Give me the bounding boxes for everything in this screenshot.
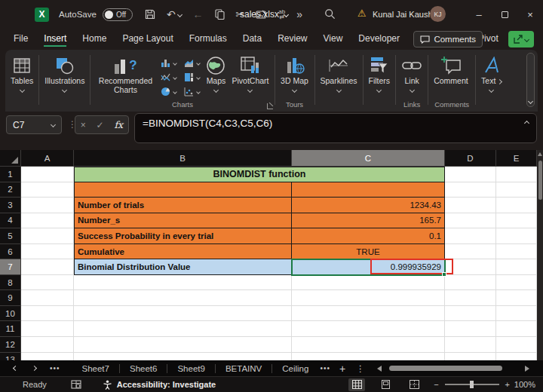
sheet-tab-sheet9[interactable]: Sheet9	[167, 364, 214, 373]
hscroll-left-icon[interactable]	[377, 366, 382, 372]
column-header-b[interactable]: B	[74, 150, 292, 167]
sheet-tab-ceiling[interactable]: Ceiling	[272, 364, 318, 373]
accessibility-status[interactable]: Accessibility: Investigate	[103, 380, 216, 390]
cell-b4[interactable]: Number_s	[74, 213, 292, 229]
illustrations-button[interactable]: Illustrations	[44, 55, 84, 92]
search-icon[interactable]	[324, 8, 336, 20]
workbook-title[interactable]: sales.xlsx	[240, 9, 288, 20]
share-button[interactable]	[508, 31, 534, 47]
name-box[interactable]: C7	[6, 115, 62, 134]
sheet-tab-sheet6[interactable]: Sheet6	[120, 364, 167, 373]
cell-b5[interactable]: Success Probability in every trial	[74, 228, 292, 244]
cell-c3[interactable]: 1234.43	[292, 198, 445, 213]
cell-c2[interactable]	[292, 182, 445, 198]
cell-title-b1[interactable]: BINOMDIST function	[74, 167, 445, 182]
row-header[interactable]: 5	[0, 228, 21, 244]
zoom-slider-thumb[interactable]	[470, 381, 474, 388]
zoom-level[interactable]: 100%	[514, 380, 535, 389]
warning-icon[interactable]: ⚠	[357, 8, 367, 19]
row-header[interactable]: 4	[0, 213, 21, 229]
recommended-charts-button[interactable]: ? Recommended Charts	[96, 55, 155, 94]
link-button[interactable]: Link	[401, 55, 422, 92]
sheet-next-icon[interactable]	[32, 366, 37, 371]
normal-view-icon[interactable]	[348, 378, 365, 391]
enter-icon[interactable]: ✓	[97, 120, 104, 130]
more-commands-icon[interactable]: »	[296, 9, 302, 20]
row-header[interactable]: 6	[0, 244, 21, 260]
row-header[interactable]: 10	[0, 306, 21, 322]
charts-dialog-launcher-icon[interactable]	[267, 103, 273, 109]
horizontal-scroll-thumb[interactable]	[389, 366, 502, 371]
cell-a2[interactable]	[21, 182, 74, 198]
cell-a7[interactable]	[21, 259, 74, 275]
cell-d5[interactable]	[445, 228, 496, 244]
zoom-out-icon[interactable]: −	[434, 380, 438, 389]
row-header[interactable]: 12	[0, 337, 21, 353]
back-icon[interactable]: ←	[193, 9, 204, 20]
avatar[interactable]: KJ	[430, 6, 446, 22]
maps-button[interactable]: Maps	[206, 55, 225, 92]
sheet-tab-sheet7[interactable]: Sheet7	[72, 364, 119, 373]
cell-a3[interactable]	[21, 198, 74, 213]
cell-d6[interactable]	[445, 244, 496, 260]
cell-a1[interactable]	[21, 167, 74, 182]
row-header[interactable]: 2	[0, 182, 21, 198]
tab-review[interactable]: Review	[278, 33, 307, 47]
cell-e6[interactable]	[496, 244, 537, 260]
scatter-chart-button[interactable]	[184, 85, 200, 98]
row-header[interactable]: 3	[0, 198, 21, 213]
page-break-view-icon[interactable]	[406, 378, 422, 391]
formula-bar-expand-icon[interactable]	[524, 121, 529, 126]
zoom-slider[interactable]	[445, 384, 499, 385]
autosave-toggle[interactable]: Off	[103, 8, 133, 21]
column-header-d[interactable]: D	[445, 150, 496, 167]
cell-a5[interactable]	[21, 228, 74, 244]
cell-d3[interactable]	[445, 198, 496, 213]
excel-logo-icon[interactable]: X	[35, 8, 49, 22]
comment-button[interactable]: Comment	[434, 55, 468, 86]
insert-function-icon[interactable]: fx	[114, 119, 123, 130]
row-header[interactable]: 11	[0, 321, 21, 337]
3d-map-button[interactable]: 3D Map	[281, 55, 309, 92]
hierarchy-chart-button[interactable]	[184, 71, 200, 84]
close-button[interactable]: ×	[517, 0, 543, 29]
save-icon[interactable]	[145, 9, 155, 20]
page-layout-view-icon[interactable]	[377, 378, 394, 391]
minimize-button[interactable]: –	[466, 0, 492, 29]
select-all-corner[interactable]	[0, 150, 21, 167]
column-header-c[interactable]: C	[292, 150, 445, 167]
row-header[interactable]: 1	[0, 167, 21, 182]
cell-b6[interactable]: Cumulative	[74, 244, 292, 260]
column-chart-button[interactable]	[161, 57, 176, 69]
cell-a6[interactable]	[21, 244, 74, 260]
comments-button[interactable]: Comments	[413, 31, 483, 47]
sheet-list-icon[interactable]: •••	[50, 364, 60, 372]
sheet-prev-icon[interactable]	[13, 366, 18, 371]
row-header[interactable]: 13	[0, 353, 21, 360]
filters-button[interactable]: Filters	[369, 55, 391, 92]
macro-record-icon[interactable]	[71, 380, 81, 389]
row-header[interactable]: 8	[0, 275, 21, 291]
more-sheets-icon[interactable]: •••	[320, 364, 330, 372]
cell-e5[interactable]	[496, 228, 537, 244]
cancel-icon[interactable]: ×	[81, 120, 86, 130]
row-header-selected[interactable]: 7	[0, 259, 21, 275]
cell-b3[interactable]: Number of trials	[74, 198, 292, 213]
hscroll-right-icon[interactable]	[525, 366, 529, 372]
tab-view[interactable]: View	[324, 33, 343, 47]
cell-e3[interactable]	[496, 198, 537, 213]
undo-button[interactable]: ↶	[167, 9, 182, 20]
tab-insert[interactable]: Insert	[44, 33, 66, 47]
cell-e7[interactable]	[496, 259, 537, 275]
column-header-e[interactable]: E	[496, 150, 537, 167]
fill-handle[interactable]	[442, 272, 446, 277]
zoom-in-icon[interactable]: +	[505, 380, 510, 389]
tab-page-layout[interactable]: Page Layout	[122, 33, 173, 47]
pie-chart-button[interactable]	[161, 85, 176, 98]
column-header-a[interactable]: A	[21, 150, 74, 167]
cell-c7-active[interactable]: 0.999935929	[292, 259, 445, 275]
pivotchart-button[interactable]: PivotChart	[232, 55, 268, 92]
cell-a4[interactable]	[21, 213, 74, 229]
cell-b7[interactable]: Binomial Distribution Value	[74, 259, 292, 275]
tab-home[interactable]: Home	[82, 33, 106, 47]
